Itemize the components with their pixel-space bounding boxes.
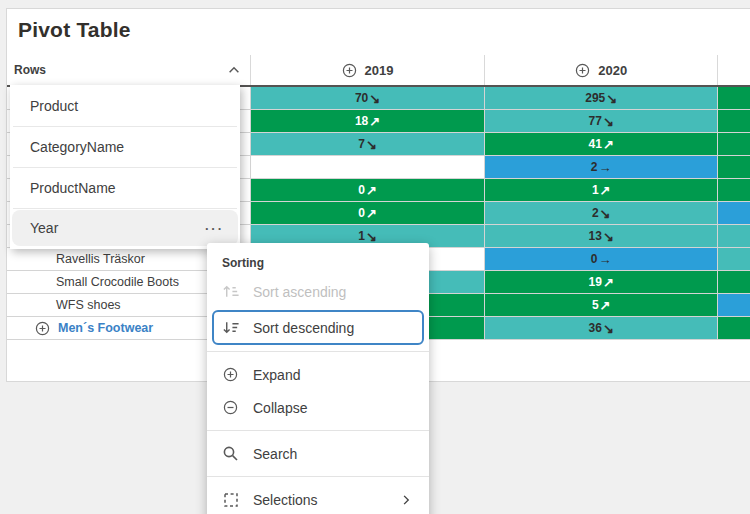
cell-value: 0 [591,252,598,266]
pivot-cell[interactable]: 18↗ [251,110,486,133]
pivot-cell[interactable]: 7↘ [251,133,486,156]
pivot-cell[interactable]: 0↗ [251,202,486,225]
pivot-cell[interactable]: 1↗ [485,179,718,202]
row-label: WFS shoes [56,298,121,312]
pivot-cell[interactable]: 5↗ [485,294,718,317]
pivot-cell[interactable] [718,294,750,317]
cell-value: 1 [592,183,599,197]
pivot-cell[interactable]: 0→ [485,248,718,271]
expand-plus-icon[interactable] [575,63,590,78]
pivot-cell[interactable] [718,317,750,340]
pivot-cell[interactable] [251,156,486,179]
pivot-cell[interactable] [718,110,750,133]
cell-value: 7 [358,137,365,151]
pivot-cell[interactable]: 13↘ [485,225,718,248]
pivot-cell[interactable] [718,271,750,294]
row-label: Small Crocodile Boots [56,275,179,289]
cell-value: 5 [592,298,599,312]
collapse-icon [221,400,240,415]
menu-item-label: Selections [253,492,318,508]
cell-value: 36 [589,321,602,335]
pivot-cell[interactable] [718,248,750,271]
pivot-cell[interactable] [718,133,750,156]
menu-item-label: Search [253,446,297,462]
column-header-2019[interactable]: 2019 [251,55,486,85]
menu-item-selections[interactable]: Selections [207,483,429,514]
trend-arrow-icon: ↗ [603,276,614,289]
rows-dropdown: ProductCategoryNameProductNameYear··· [10,85,240,249]
pivot-cell[interactable]: 0↗ [251,179,486,202]
sort-descending-icon [221,320,240,335]
row-label[interactable]: Men´s Footwear [58,321,153,335]
trend-arrow-icon: ↘ [366,230,377,243]
rows-dropdown-item-productname[interactable]: ProductName [10,168,240,208]
cell-value: 0 [358,206,365,220]
cell-value: 0 [358,183,365,197]
rows-header-label: Rows [14,63,46,77]
column-header-hidden [718,55,750,85]
menu-item-label: Sort ascending [253,284,346,300]
expand-plus-icon[interactable] [35,321,50,336]
column-header-label: 2020 [598,63,627,78]
cell-value: 19 [589,275,602,289]
trend-arrow-icon: ↗ [366,184,377,197]
divider [207,351,429,352]
cell-value: 77 [589,114,602,128]
pivot-cell[interactable]: 41↗ [485,133,718,156]
pivot-header-row: Rows 20192020 [7,55,750,87]
pivot-cell[interactable] [718,156,750,179]
trend-arrow-icon: ↗ [366,207,377,220]
divider [207,430,429,431]
trend-arrow-icon: ↘ [369,92,380,105]
trend-arrow-icon: ↘ [603,322,614,335]
cell-value: 1 [358,229,365,243]
sort-ascending-icon [221,284,240,299]
more-options-button[interactable]: ··· [205,221,224,236]
column-header-label: 2019 [365,63,394,78]
trend-arrow-icon: → [599,161,612,174]
page-title: Pivot Table [18,18,131,42]
pivot-cell[interactable] [718,179,750,202]
pivot-cell[interactable]: 36↘ [485,317,718,340]
divider [13,208,237,209]
context-menu: Sorting Sort ascendingSort descendingExp… [207,243,429,514]
menu-item-collapse[interactable]: Collapse [207,391,429,424]
pivot-cell[interactable]: 77↘ [485,110,718,133]
menu-item-label: Sort descending [253,320,354,336]
rows-dropdown-item-categoryname[interactable]: CategoryName [10,127,240,167]
rows-dropdown-item-year[interactable]: Year··· [12,210,238,246]
rows-header[interactable]: Rows [7,55,251,85]
pivot-cell[interactable]: 2↘ [485,202,718,225]
trend-arrow-icon: ↗ [603,138,614,151]
dropdown-item-label: CategoryName [30,139,124,155]
pivot-cell[interactable]: 2→ [485,156,718,179]
search-icon [221,445,240,462]
menu-item-label: Expand [253,367,300,383]
menu-item-sort-descending[interactable]: Sort descending [212,310,424,345]
pivot-cell[interactable] [718,202,750,225]
dropdown-item-label: Product [30,98,78,114]
menu-item-expand[interactable]: Expand [207,358,429,391]
cell-value: 2 [591,160,598,174]
pivot-cell[interactable] [718,225,750,248]
cell-value: 13 [589,229,602,243]
pivot-cell[interactable]: 295↘ [485,87,718,110]
rows-dropdown-item-product[interactable]: Product [10,86,240,126]
expand-plus-icon[interactable] [342,63,357,78]
chevron-right-icon [396,494,415,506]
column-header-2020[interactable]: 2020 [485,55,718,85]
pivot-cell[interactable]: 70↘ [251,87,486,110]
trend-arrow-icon: ↘ [366,138,377,151]
trend-arrow-icon: ↘ [603,115,614,128]
chevron-up-icon[interactable] [227,63,241,77]
menu-item-search[interactable]: Search [207,437,429,470]
cell-value: 2 [592,206,599,220]
trend-arrow-icon: → [599,253,612,266]
pivot-cell[interactable]: 19↗ [485,271,718,294]
pivot-cell[interactable] [718,87,750,110]
dropdown-item-label: Year [30,220,58,236]
menu-item-sort-ascending: Sort ascending [207,275,429,308]
trend-arrow-icon: ↗ [600,299,611,312]
trend-arrow-icon: ↗ [369,115,380,128]
trend-arrow-icon: ↘ [600,207,611,220]
